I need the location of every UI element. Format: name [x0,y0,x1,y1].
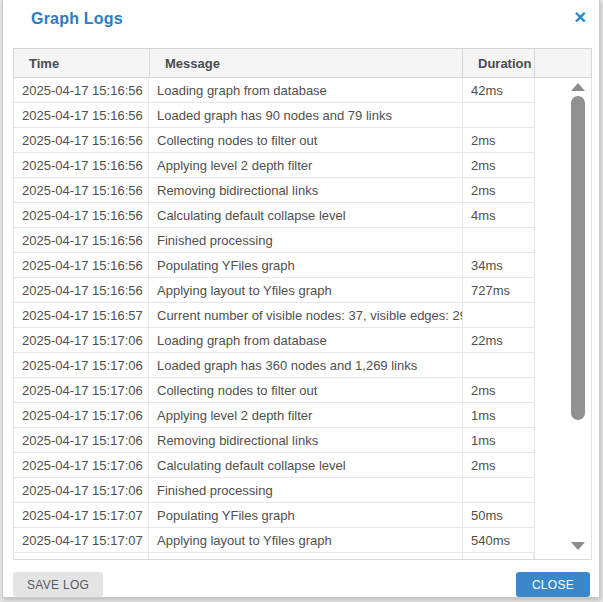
cell-message: Loading graph from database [149,328,463,352]
cell-message: Finished processing [149,228,463,252]
cell-duration [463,353,535,377]
cell-message: Applying layout to Yfiles graph [149,278,463,302]
cell-time: 2025-04-17 15:16:56 [14,203,149,227]
cell-message: Populating YFiles graph [149,503,463,527]
scrollbar-up-icon[interactable] [571,83,585,91]
table-row: 2025-04-17 15:17:06 Loading graph from d… [14,328,535,353]
close-icon[interactable]: ✕ [574,8,587,28]
cell-time: 2025-04-17 15:17:07 [14,503,149,527]
column-header-message: Message [150,49,463,77]
cell-time: 2025-04-17 15:17:06 [14,478,149,502]
table-row: 2025-04-17 15:16:56 Applying level 2 dep… [14,153,535,178]
table-row: 2025-04-17 15:17:06 Applying level 2 dep… [14,403,535,428]
cell-time: 2025-04-17 15:17:07 [14,528,149,552]
cell-time: 2025-04-17 15:16:56 [14,128,149,152]
cell-message: Loaded graph has 90 nodes and 79 links [149,103,463,127]
save-log-button[interactable]: SAVE LOG [13,572,103,597]
table-row: 2025-04-17 15:17:07 Applying layout to Y… [14,528,535,553]
scrollbar-down-icon[interactable] [571,542,585,550]
cell-duration: 1ms [463,403,535,427]
log-table: Time Message Duration 2025-04-17 15:16:5… [13,48,592,560]
cell-time: 2025-04-17 15:16:56 [14,253,149,277]
table-row: 2025-04-17 15:17:06 Finished processing [14,478,535,503]
cell-time: 2025-04-17 15:17:06 [14,428,149,452]
column-header-time: Time [14,49,150,77]
cell-message: Collecting nodes to filter out [149,128,463,152]
cell-time: 2025-04-17 15:16:56 [14,153,149,177]
cell-message: Calculating default collapse level [149,453,463,477]
cell-time: 2025-04-17 15:17:06 [14,453,149,477]
cell-duration: 2ms [463,128,535,152]
cell-duration: 42ms [463,78,535,102]
table-row: 2025-04-17 15:16:56 Populating YFiles gr… [14,253,535,278]
cell-time: 2025-04-17 15:17:06 [14,353,149,377]
table-row: 2025-04-17 15:16:56 Loading graph from d… [14,78,535,103]
table-header-row: Time Message Duration [13,48,592,78]
cell-duration: 4ms [463,203,535,227]
close-button[interactable]: CLOSE [516,572,590,597]
cell-duration: 34ms [463,253,535,277]
cell-message: Populating YFiles graph [149,253,463,277]
cell-time: 2025-04-17 15:16:56 [14,228,149,252]
table-row: 2025-04-17 15:16:56 Applying layout to Y… [14,278,535,303]
scrollbar-track[interactable] [570,80,586,557]
cell-time: 2025-04-17 15:16:56 [14,78,149,102]
cell-duration: 2ms [463,153,535,177]
cell-duration: 540ms [463,528,535,552]
graph-logs-dialog: Graph Logs ✕ Time Message Duration 2025-… [2,0,600,598]
column-header-duration: Duration [463,49,535,77]
cell-time: 2025-04-17 15:16:56 [14,278,149,302]
table-row: 2025-04-17 15:17:06 Collecting nodes to … [14,378,535,403]
table-row: 2025-04-17 15:17:07 Populating YFiles gr… [14,503,535,528]
cell-time: 2025-04-17 15:16:56 [14,178,149,202]
cell-message: Applying level 2 depth filter [149,403,463,427]
dialog-title: Graph Logs [31,10,123,28]
cell-duration [463,228,535,252]
cell-message: Current number of visible nodes: 37, vis… [149,303,463,327]
table-row: 2025-04-17 15:17:06 Calculating default … [14,453,535,478]
cell-duration: 50ms [463,503,535,527]
cell-duration: 1ms [463,428,535,452]
table-row: 2025-04-17 15:16:56 Removing bidirection… [14,178,535,203]
scrollbar-thumb[interactable] [571,96,585,420]
table-rows: 2025-04-17 15:16:56 Loading graph from d… [14,78,535,553]
table-row: 2025-04-17 15:16:56 Loaded graph has 90 … [14,103,535,128]
cell-time: 2025-04-17 15:17:06 [14,403,149,427]
cell-time: 2025-04-17 15:17:06 [14,328,149,352]
cell-duration [463,303,535,327]
cell-duration [463,103,535,127]
cell-duration: 2ms [463,178,535,202]
cell-message: Loaded graph has 360 nodes and 1,269 lin… [149,353,463,377]
column-header-spacer [535,49,591,77]
cell-message: Loading graph from database [149,78,463,102]
cell-time: 2025-04-17 15:16:57 [14,303,149,327]
table-row: 2025-04-17 15:16:56 Finished processing [14,228,535,253]
cell-message: Finished processing [149,478,463,502]
table-scroll-body[interactable]: 2025-04-17 15:16:56 Loading graph from d… [13,78,592,560]
cell-duration [463,478,535,502]
cell-time: 2025-04-17 15:17:06 [14,378,149,402]
cell-message: Applying level 2 depth filter [149,153,463,177]
cell-duration: 2ms [463,378,535,402]
cell-message: Removing bidirectional links [149,428,463,452]
table-row: 2025-04-17 15:17:06 Loaded graph has 360… [14,353,535,378]
table-row: 2025-04-17 15:16:57 Current number of vi… [14,303,535,328]
cell-duration: 22ms [463,328,535,352]
cell-duration: 2ms [463,453,535,477]
cell-message: Applying layout to Yfiles graph [149,528,463,552]
table-row: 2025-04-17 15:17:06 Removing bidirection… [14,428,535,453]
cell-time: 2025-04-17 15:16:56 [14,103,149,127]
table-row-partial [14,553,535,560]
cell-message: Calculating default collapse level [149,203,463,227]
cell-duration: 727ms [463,278,535,302]
cell-message: Collecting nodes to filter out [149,378,463,402]
cell-message: Removing bidirectional links [149,178,463,202]
table-row: 2025-04-17 15:16:56 Calculating default … [14,203,535,228]
table-row: 2025-04-17 15:16:56 Collecting nodes to … [14,128,535,153]
